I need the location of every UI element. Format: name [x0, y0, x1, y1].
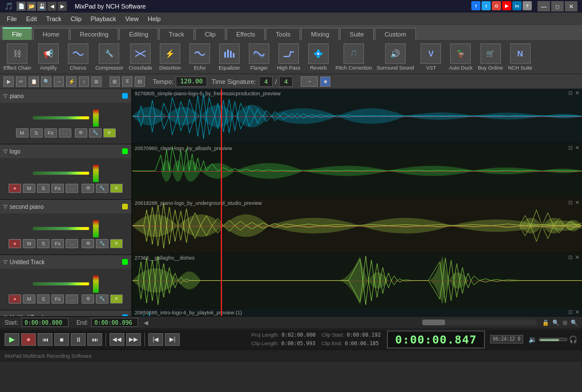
track-piano-solo[interactable]: S — [30, 128, 43, 138]
toolbar-icon-2[interactable]: ✂ — [16, 76, 26, 87]
track-logo-instrument[interactable]: 🔧 — [96, 184, 108, 193]
track-sp-eq[interactable]: ≡ — [110, 239, 123, 248]
track-u1-settings[interactable]: ⚙ — [82, 294, 94, 304]
toolbar-icon-6[interactable]: ⚡ — [66, 76, 76, 87]
waveform-u1-maximize[interactable]: ✕ — [575, 254, 580, 260]
waveform-logo-maximize[interactable]: ✕ — [575, 145, 580, 151]
waveform-secondpiano[interactable]: 20618288_piano-logo_by_underground_studi… — [132, 199, 582, 253]
effect-compressor[interactable]: 🔧 Compressor — [95, 43, 123, 71]
minimize-button[interactable]: — — [537, 1, 550, 11]
waveform-u2-close[interactable]: ⊡ — [568, 309, 573, 315]
track-piano-settings[interactable]: ⚙ — [75, 128, 87, 138]
youtube-icon[interactable]: ▶ — [502, 1, 511, 10]
transport-prev-marker[interactable]: |◀ — [148, 333, 163, 346]
effect-pitch[interactable]: 🎵 Pitch Correction — [336, 43, 372, 71]
track-secondpiano-expand[interactable]: ▽ — [3, 204, 7, 209]
track-logo-headphones[interactable]: 🎧 — [66, 184, 78, 193]
track-u1-eq[interactable]: ≡ — [110, 294, 123, 304]
scrollbar-thumb[interactable] — [422, 320, 445, 325]
linkedin-icon[interactable]: in — [512, 1, 522, 10]
toolbar-wave-icon[interactable]: ~ — [301, 76, 318, 87]
effect-flanger[interactable]: Flanger — [246, 43, 272, 71]
effect-chain[interactable]: ⛓ Effect Chain — [3, 43, 31, 71]
toolbar-fill-icon[interactable]: ■ — [320, 76, 330, 87]
track-piano-eq[interactable]: ≡ — [103, 128, 116, 138]
waveform-piano-maximize[interactable]: ✕ — [575, 90, 580, 96]
tab-clip[interactable]: Clip — [195, 28, 225, 40]
zoom-lock-icon[interactable]: 🔒 — [542, 320, 549, 326]
effect-reverb[interactable]: 💠 Reverb — [306, 43, 331, 71]
tab-editing[interactable]: Editing — [119, 28, 158, 40]
menu-file[interactable]: File — [2, 14, 22, 23]
menu-help[interactable]: Help — [143, 14, 165, 23]
effect-amplify[interactable]: 📢 Amplify — [36, 43, 61, 71]
track-u1-instrument[interactable]: 🔧 — [96, 294, 108, 304]
nch-suite[interactable]: N NCH Suite — [508, 43, 533, 71]
buy-online[interactable]: 🛒 Buy Online — [478, 43, 503, 71]
track-piano-expand[interactable]: ▽ — [3, 93, 7, 99]
transport-stop[interactable]: ■ — [54, 333, 69, 346]
effect-equalizer[interactable]: Equalizer — [217, 43, 242, 71]
track-logo-record[interactable]: ● — [9, 184, 21, 193]
google-icon[interactable]: G — [492, 1, 501, 10]
zoom-in-icon[interactable]: 🔍 — [552, 320, 559, 326]
track-piano-mute[interactable]: M — [16, 128, 29, 138]
effect-vst[interactable]: V VST — [418, 43, 443, 71]
tempo-input[interactable] — [176, 76, 207, 87]
startend-arrow[interactable]: ◀ — [144, 320, 148, 326]
track-piano-fader[interactable] — [33, 116, 90, 120]
menu-view[interactable]: View — [120, 14, 143, 23]
transport-goto-start[interactable]: ⏮ — [38, 333, 52, 346]
master-volume-slider[interactable] — [539, 338, 567, 341]
track-sp-fx[interactable]: Fx — [51, 239, 64, 248]
transport-next-marker[interactable]: ▶| — [165, 333, 180, 346]
track-u1-headphones[interactable]: 🎧 — [66, 294, 78, 304]
toolbar-icon-9[interactable]: ⊞ — [110, 76, 120, 87]
track-secondpiano-fader[interactable] — [33, 227, 90, 231]
menu-playback[interactable]: Playback — [86, 14, 121, 23]
zoom-fit-icon[interactable]: ⊞ — [563, 320, 567, 326]
title-icon-save[interactable]: 💾 — [37, 2, 46, 11]
twitter-icon[interactable]: t — [482, 1, 491, 10]
waveform-sp-maximize[interactable]: ✕ — [575, 200, 580, 205]
menu-edit[interactable]: Edit — [22, 14, 42, 23]
waveform-u2-maximize[interactable]: ✕ — [575, 309, 580, 315]
effect-chorus[interactable]: Chorus — [66, 43, 91, 71]
toolbar-icon-8[interactable]: ⊞ — [91, 76, 102, 87]
help-icon[interactable]: ? — [523, 1, 532, 10]
close-button[interactable]: ✕ — [565, 1, 577, 11]
track-sp-mute[interactable]: M — [23, 239, 35, 248]
title-icon-back[interactable]: ◀ — [47, 2, 56, 11]
effect-highpass[interactable]: High Pass — [276, 43, 301, 71]
tab-home[interactable]: Home — [33, 28, 69, 40]
track-untitled2-expand[interactable]: ▽ — [3, 314, 7, 316]
track-u1-record[interactable]: ● — [9, 294, 21, 304]
track-untitled1-expand[interactable]: ▽ — [3, 259, 7, 265]
tab-suite[interactable]: Suite — [340, 28, 374, 40]
waveform-piano-close[interactable]: ⊡ — [568, 90, 573, 96]
track-u1-mute[interactable]: M — [23, 294, 35, 304]
toolbar-icon-3[interactable]: 📋 — [29, 76, 39, 87]
timeline-scrollbar[interactable] — [422, 320, 536, 325]
track-sp-settings[interactable]: ⚙ — [82, 239, 94, 248]
effect-autoduck[interactable]: 🦆 Auto Duck — [448, 43, 473, 71]
title-icon-open[interactable]: 📂 — [27, 2, 36, 11]
track-piano-fx[interactable]: Fx — [45, 128, 57, 138]
speaker-icon[interactable]: 🔉 — [528, 336, 537, 343]
toolbar-icon-5[interactable]: → — [54, 76, 64, 87]
time-sig-num[interactable] — [259, 76, 273, 87]
title-icon-new[interactable]: 📄 — [17, 2, 26, 11]
tab-tools[interactable]: Tools — [266, 28, 300, 40]
waveform-logo[interactable]: 20570960_clean-logo_by_albasfx_preview ⊡… — [132, 144, 582, 199]
menu-clip[interactable]: Clip — [66, 14, 86, 23]
start-input[interactable] — [22, 318, 68, 327]
track-logo-eq[interactable]: ≡ — [110, 184, 123, 193]
time-sig-den[interactable] — [279, 76, 293, 87]
tab-effects[interactable]: Effects — [227, 28, 265, 40]
toolbar-icon-7[interactable]: ↕ — [79, 76, 89, 87]
toolbar-icon-11[interactable]: ⊟ — [135, 76, 145, 87]
transport-fastfwd[interactable]: ▶▶ — [126, 333, 141, 346]
effect-crossfade[interactable]: Crossfade — [128, 43, 153, 71]
menu-track[interactable]: Track — [42, 14, 66, 23]
track-logo-expand[interactable]: ▽ — [3, 148, 7, 154]
